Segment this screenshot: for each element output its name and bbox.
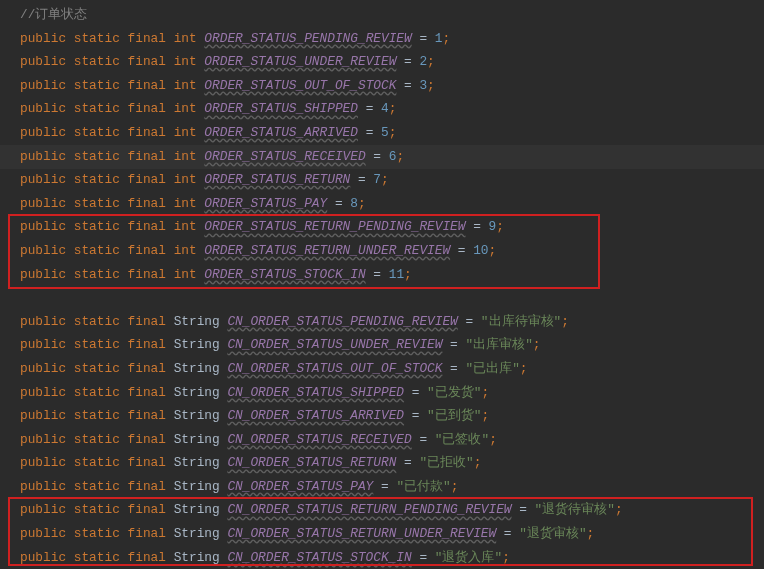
code-line: public static final String CN_ORDER_STAT… [20,310,764,334]
int-literal: 3 [419,78,427,93]
string-literal: "退货待审核" [535,502,615,517]
identifier: ORDER_STATUS_PENDING_REVIEW [204,31,411,46]
identifier: ORDER_STATUS_RETURN_UNDER_REVIEW [204,243,450,258]
identifier: CN_ORDER_STATUS_SHIPPED [227,385,404,400]
identifier: ORDER_STATUS_RECEIVED [204,149,365,164]
code-line: public static final int ORDER_STATUS_STO… [20,263,764,287]
code-line: public static final String CN_ORDER_STAT… [20,357,764,381]
code-line: public static final String CN_ORDER_STAT… [20,404,764,428]
identifier: ORDER_STATUS_UNDER_REVIEW [204,54,396,69]
code-line: public static final String CN_ORDER_STAT… [20,451,764,475]
code-editor[interactable]: //订单状态 public static final int ORDER_STA… [0,0,764,569]
string-literal: "退货入库" [435,550,502,565]
code-line: public static final int ORDER_STATUS_PEN… [20,27,764,51]
int-literal: 4 [381,101,389,116]
string-literal: "已出库" [465,361,519,376]
code-line: public static final int ORDER_STATUS_SHI… [20,97,764,121]
code-line: public static final String CN_ORDER_STAT… [20,546,764,569]
identifier: ORDER_STATUS_RETURN [204,172,350,187]
code-line: public static final int ORDER_STATUS_UND… [20,50,764,74]
identifier: CN_ORDER_STATUS_PENDING_REVIEW [227,314,457,329]
comment-line: //订单状态 [20,3,764,27]
int-literal: 8 [350,196,358,211]
string-literal: "已签收" [435,432,489,447]
identifier: CN_ORDER_STATUS_RETURN_UNDER_REVIEW [227,526,496,541]
string-literal: "出库审核" [465,337,532,352]
string-literal: "出库待审核" [481,314,561,329]
code-line: public static final int ORDER_STATUS_ARR… [20,121,764,145]
identifier: CN_ORDER_STATUS_STOCK_IN [227,550,411,565]
identifier: ORDER_STATUS_ARRIVED [204,125,358,140]
int-literal: 11 [389,267,404,282]
code-line: public static final String CN_ORDER_STAT… [20,428,764,452]
code-line: public static final int ORDER_STATUS_OUT… [20,74,764,98]
kw-final: final [128,31,166,46]
identifier: CN_ORDER_STATUS_PAY [227,479,373,494]
code-line: public static final String CN_ORDER_STAT… [20,475,764,499]
identifier: ORDER_STATUS_SHIPPED [204,101,358,116]
int-literal: 2 [419,54,427,69]
identifier: CN_ORDER_STATUS_RECEIVED [227,432,411,447]
code-line: public static final int ORDER_STATUS_RET… [20,239,764,263]
kw-int: int [174,31,197,46]
identifier: CN_ORDER_STATUS_ARRIVED [227,408,404,423]
string-literal: "已到货" [427,408,481,423]
code-line: public static final int ORDER_STATUS_RET… [20,168,764,192]
blank-line [20,286,764,310]
kw-public: public [20,31,66,46]
identifier: ORDER_STATUS_RETURN_PENDING_REVIEW [204,219,465,234]
identifier: CN_ORDER_STATUS_RETURN_PENDING_REVIEW [227,502,511,517]
code-line: public static final String CN_ORDER_STAT… [20,381,764,405]
int-literal: 7 [373,172,381,187]
type-string: String [174,314,220,329]
int-literal: 5 [381,125,389,140]
identifier: ORDER_STATUS_OUT_OF_STOCK [204,78,396,93]
code-line: public static final String CN_ORDER_STAT… [20,498,764,522]
semicolon: ; [442,31,450,46]
identifier: CN_ORDER_STATUS_RETURN [227,455,396,470]
identifier: CN_ORDER_STATUS_UNDER_REVIEW [227,337,442,352]
code-line: public static final String CN_ORDER_STAT… [20,522,764,546]
comment-text: //订单状态 [20,7,87,22]
code-line: public static final int ORDER_STATUS_RET… [20,215,764,239]
identifier: ORDER_STATUS_STOCK_IN [204,267,365,282]
kw-static: static [74,31,120,46]
code-line: public static final int ORDER_STATUS_PAY… [20,192,764,216]
string-literal: "退货审核" [519,526,586,541]
code-line: public static final String CN_ORDER_STAT… [20,333,764,357]
identifier: CN_ORDER_STATUS_OUT_OF_STOCK [227,361,442,376]
string-literal: "已拒收" [419,455,473,470]
op-eq: = [419,31,427,46]
identifier: ORDER_STATUS_PAY [204,196,327,211]
string-literal: "已付款" [396,479,450,494]
string-literal: "已发货" [427,385,481,400]
code-line: public static final int ORDER_STATUS_REC… [20,145,764,169]
int-literal: 10 [473,243,488,258]
